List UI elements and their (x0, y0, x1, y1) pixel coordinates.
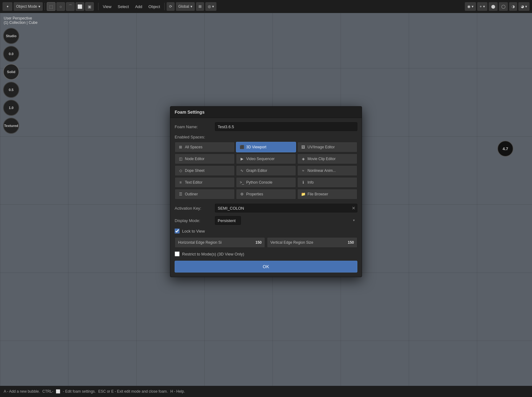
add-menu[interactable]: Add (133, 2, 145, 11)
version-text: 4.7 (503, 146, 508, 151)
select-tool-4[interactable]: ⬜ (76, 2, 84, 11)
solid-label: Solid (7, 70, 15, 74)
solid-tool[interactable]: Solid (3, 64, 19, 80)
select-lasso-icon: ⌒ (68, 4, 72, 9)
object-menu[interactable]: Object (146, 2, 163, 11)
select-menu[interactable]: Select (115, 2, 131, 11)
space-btn-video-seq[interactable]: ▶ Video Sequencer (236, 154, 296, 164)
properties-label: Properties (246, 192, 263, 196)
foam-name-input[interactable] (215, 122, 357, 131)
file-browser-icon: 📁 (301, 192, 306, 197)
space-btn-file-browser[interactable]: 📁 File Browser (297, 189, 357, 199)
clear-activation-key-button[interactable]: ✕ (352, 206, 355, 210)
overlay-chevron: ▾ (472, 4, 473, 9)
node-editor-label: Node Editor (185, 157, 204, 161)
lock-to-view-checkbox[interactable] (175, 229, 180, 233)
proportional-icon: ◎ (208, 4, 211, 9)
space-btn-info[interactable]: ℹ Info (297, 177, 357, 188)
activation-key-input[interactable] (215, 204, 357, 212)
enabled-spaces-label: Enabled Spaces: (175, 135, 357, 139)
snap-btn[interactable]: ⊞ (196, 2, 204, 11)
nonlinear-icon: ≈ (301, 168, 306, 173)
space-btn-3d-viewport[interactable]: ⬛ 3D Viewport (236, 142, 296, 152)
value-0-tool[interactable]: 0.0 (3, 46, 19, 62)
graph-editor-label: Graph Editor (246, 168, 267, 173)
edge-region-row: Horizontal Edge Region Si 150 Vertical E… (175, 237, 357, 248)
outliner-icon: ☰ (178, 192, 183, 197)
horiz-edge-region-button[interactable]: Horizontal Edge Region Si 150 (175, 237, 265, 248)
value-05-label: 0.5 (9, 88, 13, 92)
select-menu-label: Select (118, 4, 129, 9)
uv-image-label: UV/Image Editor (307, 145, 335, 149)
pivot-icon-btn[interactable]: ⟳ (167, 2, 175, 11)
space-btn-nonlinear[interactable]: ≈ Nonlinear Anim... (297, 165, 357, 176)
outliner-label: Outliner (185, 192, 198, 196)
hint-edit: - Edit foam settings. (63, 389, 96, 394)
mode-chevron-icon: ▾ (38, 4, 40, 9)
top-header: ✦ Object Mode ▾ ⬚ ○ ⌒ ⬜ ▣ View Select Ad… (0, 0, 532, 13)
text-editor-icon: ≡ (178, 180, 183, 185)
activation-key-row: Activation Key: ✕ (175, 204, 357, 212)
select-circle-tool[interactable]: ○ (56, 2, 65, 11)
space-btn-outliner[interactable]: ☰ Outliner (175, 189, 235, 199)
bottom-status-bar: A - Add a new bubble. CTRL- ⬜ - Edit foa… (0, 386, 532, 397)
select-tool-4-icon: ⬜ (77, 4, 82, 9)
space-btn-all-spaces[interactable]: ⊞ All Spaces (175, 142, 235, 152)
restrict-label[interactable]: Restrict to Mode(s) (3D View Only) (182, 251, 244, 256)
space-btn-dope-sheet[interactable]: ◇ Dope Sheet (175, 165, 235, 176)
separator-3 (164, 3, 165, 10)
space-btn-text-editor[interactable]: ≡ Text Editor (175, 177, 235, 188)
value-0-label: 0.0 (9, 52, 13, 56)
foam-settings-dialog: Foam Settings Foam Name: Enabled Spaces:… (170, 106, 362, 277)
node-editor-icon: ◫ (178, 156, 183, 161)
gizmo-btn[interactable]: ⌖ ▾ (477, 2, 487, 11)
select-lasso-tool[interactable]: ⌒ (66, 2, 75, 11)
viewport-shading-mat[interactable]: ◑ (509, 2, 517, 11)
proportional-btn[interactable]: ◎ ▾ (205, 2, 216, 11)
app-icon-button[interactable]: ✦ (2, 2, 12, 11)
snap-icon: ⊞ (198, 4, 202, 9)
value-1-tool[interactable]: 1.0 (3, 100, 19, 116)
vert-edge-region-button[interactable]: Vertical Edge Region Size 150 (267, 237, 357, 248)
select-tool-5[interactable]: ▣ (85, 2, 94, 11)
viewport-shading-wire[interactable]: ◯ (499, 2, 508, 11)
render-shading-icon: ◕ (521, 4, 524, 9)
spaces-grid: ⊞ All Spaces ⬛ 3D Viewport 🖼 UV/Image Ed… (175, 142, 357, 199)
value-05-tool[interactable]: 0.5 (3, 82, 19, 98)
lock-to-view-label[interactable]: Lock to View (182, 229, 205, 233)
hint-add: A - Add a new bubble. (4, 389, 40, 394)
add-menu-label: Add (135, 4, 142, 9)
restrict-mode-checkbox[interactable] (175, 251, 180, 256)
version-badge: 4.7 (497, 141, 513, 157)
hint-ctrl: CTRL- (42, 389, 53, 394)
wire-shading-icon: ◯ (501, 4, 505, 9)
render-chevron: ▾ (525, 4, 527, 9)
toolbar-icons: ⬚ ○ ⌒ ⬜ ▣ (47, 2, 94, 11)
studio-tool[interactable]: Studio (3, 28, 19, 44)
textured-tool[interactable]: Textured (3, 118, 19, 134)
space-btn-python-console[interactable]: >_ Python Console (236, 177, 296, 188)
viewport-shading-render[interactable]: ◕ ▾ (518, 2, 530, 11)
object-mode-button[interactable]: Object Mode ▾ (14, 2, 43, 11)
view-menu[interactable]: View (100, 2, 114, 11)
space-btn-graph-editor[interactable]: ∿ Graph Editor (236, 165, 296, 176)
display-mode-select[interactable]: Persistent Momentary Always On (215, 216, 241, 225)
space-btn-movie-clip[interactable]: ◈ Movie Clip Editor (297, 154, 357, 164)
dope-sheet-label: Dope Sheet (185, 168, 204, 173)
properties-icon: ⚙ (239, 192, 244, 197)
space-btn-node-editor[interactable]: ◫ Node Editor (175, 154, 235, 164)
foam-name-row: Foam Name: (175, 122, 357, 131)
info-icon: ℹ (301, 180, 306, 185)
space-btn-uv-image[interactable]: 🖼 UV/Image Editor (297, 142, 357, 152)
uv-image-icon: 🖼 (301, 145, 306, 150)
transform-global-btn[interactable]: Global ▾ (176, 2, 195, 11)
select-box-tool[interactable]: ⬚ (47, 2, 55, 11)
overlay-btn[interactable]: ◉ ▾ (465, 2, 476, 11)
horiz-edge-value: 150 (255, 240, 262, 245)
activation-key-label: Activation Key: (175, 206, 215, 210)
text-editor-label: Text Editor (185, 180, 203, 185)
viewport-shading-solid[interactable]: ⬤ (489, 2, 498, 11)
select-tool-5-icon: ▣ (88, 4, 91, 9)
space-btn-properties[interactable]: ⚙ Properties (236, 189, 296, 199)
ok-button[interactable]: OK (175, 261, 357, 273)
